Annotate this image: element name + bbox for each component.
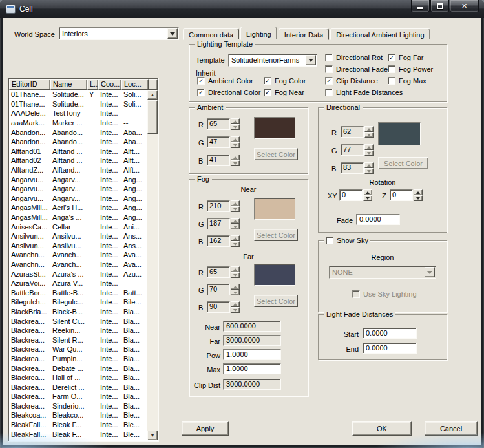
spin-up-button[interactable] bbox=[231, 218, 240, 224]
spinner-value[interactable]: 47 bbox=[207, 136, 230, 148]
show-sky-checkbox[interactable]: Show Sky bbox=[324, 237, 370, 245]
spinner-value[interactable]: 65 bbox=[207, 118, 230, 130]
table-row[interactable]: Blackrea...War Qu...Inte...Bla... bbox=[9, 345, 147, 354]
scroll-thumb[interactable] bbox=[147, 100, 158, 134]
spin-down-button[interactable] bbox=[231, 307, 240, 313]
inherit-fog-near-checkbox[interactable]: ✓Fog Near bbox=[264, 89, 304, 97]
inherit-light-fade-distances-checkbox[interactable]: Light Fade Distances bbox=[325, 89, 403, 97]
world-space-dropdown-button[interactable] bbox=[167, 28, 178, 39]
table-row[interactable]: AzurasSt...Azura's ...Inte...Azu... bbox=[9, 269, 147, 279]
table-row[interactable]: aaaMark...Marker ...Inte...-- bbox=[9, 118, 147, 128]
ambient-r-spinner[interactable]: 65 bbox=[207, 118, 240, 130]
inherit-fog-power-checkbox[interactable]: Fog Power bbox=[388, 65, 433, 74]
table-row[interactable]: Ansilvun...Ansilvu...Inte...Ans... bbox=[9, 231, 147, 241]
region-combo[interactable]: NONE bbox=[329, 266, 436, 279]
ambient-g-spinner[interactable]: 47 bbox=[207, 136, 240, 148]
table-row[interactable]: Blackrea...Hall of ...Inte...Bla... bbox=[9, 373, 147, 383]
directional-r-spinner[interactable]: 62 bbox=[341, 126, 374, 138]
spin-down-button[interactable] bbox=[363, 195, 372, 201]
spinner-value[interactable]: 83 bbox=[341, 162, 364, 174]
fog-near-r-spinner[interactable]: 210 bbox=[207, 200, 240, 212]
table-row[interactable]: Avanchn...Avanch...Inte...Ava... bbox=[9, 260, 147, 270]
spin-down-button[interactable] bbox=[364, 132, 374, 138]
light-fade-start-field[interactable]: 0.0000 bbox=[363, 328, 417, 339]
table-row[interactable]: Ansilvun...Ansilvu...Inte...Ans... bbox=[9, 241, 147, 251]
table-row[interactable]: Blackrea...Debate ...Inte...Bla... bbox=[9, 363, 147, 373]
table-row[interactable]: 01Thane...Solitude...YInte...Soli... bbox=[9, 90, 147, 100]
table-row[interactable]: Blackrea...Farm O...Inte...Bla... bbox=[9, 392, 147, 401]
spin-up-button[interactable] bbox=[231, 235, 240, 241]
spinner-value[interactable]: 0 bbox=[339, 189, 363, 201]
fog-pow-field[interactable]: 1.0000 bbox=[223, 349, 281, 360]
tab-lighting[interactable]: Lighting bbox=[240, 27, 277, 40]
light-fade-end-field[interactable]: 0.0000 bbox=[363, 343, 417, 354]
tab-common-data[interactable]: Common data bbox=[183, 28, 239, 40]
spin-down-button[interactable] bbox=[364, 168, 374, 174]
spin-up-button[interactable] bbox=[231, 301, 240, 307]
fog-max-field[interactable]: 1.0000 bbox=[223, 363, 281, 374]
directional-fade-field[interactable]: 0.0000 bbox=[356, 214, 400, 225]
scroll-up-button[interactable]: ▲ bbox=[147, 90, 158, 100]
spin-up-button[interactable] bbox=[231, 200, 240, 206]
table-row[interactable]: Alftand01Alftand ...Inte...Alft... bbox=[9, 147, 147, 156]
inherit-directional-fade-checkbox[interactable]: Directional Fade bbox=[325, 65, 388, 74]
scroll-down-button[interactable]: ▼ bbox=[147, 431, 158, 440]
table-row[interactable]: Angarvu...Angarv...Inte...Ang... bbox=[9, 194, 147, 204]
table-row[interactable]: BleakFall...Bleak F...Inte...Ble... bbox=[9, 420, 147, 430]
spin-up-button[interactable] bbox=[231, 136, 240, 142]
tab-directional-ambient-lighting[interactable]: Directional Ambient Lighting bbox=[330, 28, 430, 40]
column-header-l[interactable]: L... bbox=[87, 79, 98, 90]
use-sky-lighting-checkbox[interactable]: Use Sky Lighting bbox=[352, 290, 417, 299]
spinner-value[interactable]: 210 bbox=[207, 200, 230, 212]
maximize-button[interactable] bbox=[430, 0, 449, 12]
spin-down-button[interactable] bbox=[231, 224, 240, 229]
rotation-z-spinner[interactable]: 0 bbox=[390, 189, 423, 201]
table-row[interactable]: Blackrea...Derelict ...Inte...Bla... bbox=[9, 382, 147, 392]
table-row[interactable]: Angarvu...Angarv...Inte...Ang... bbox=[9, 175, 147, 184]
spin-up-button[interactable] bbox=[231, 284, 240, 290]
fog-near-select-color-button[interactable]: Select Color bbox=[254, 229, 298, 241]
spin-down-button[interactable] bbox=[231, 241, 240, 247]
cancel-button[interactable]: Cancel bbox=[425, 421, 478, 436]
minimize-button[interactable] bbox=[411, 0, 430, 12]
ambient-b-spinner[interactable]: 41 bbox=[207, 155, 240, 166]
table-row[interactable]: Abandon...Abando...Inte...Aba... bbox=[9, 127, 147, 137]
directional-b-spinner[interactable]: 83 bbox=[341, 162, 374, 174]
spinner-value[interactable]: 77 bbox=[341, 144, 364, 156]
template-combo[interactable]: SolitudeInteriorFarms bbox=[228, 54, 317, 67]
spin-down-button[interactable] bbox=[231, 272, 240, 278]
table-row[interactable]: AngasMill...Aeri's H...Inte...Ang... bbox=[9, 203, 147, 213]
spin-up-button[interactable] bbox=[364, 162, 374, 168]
column-header-editorid[interactable]: EditorID bbox=[9, 79, 50, 90]
spin-up-button[interactable] bbox=[414, 189, 423, 195]
inherit-ambient-color-checkbox[interactable]: ✓Ambient Color bbox=[197, 77, 253, 85]
spinner-value[interactable]: 162 bbox=[207, 235, 230, 247]
fog-far-select-color-button[interactable]: Select Color bbox=[254, 295, 298, 307]
table-row[interactable]: Blackrea...Pumpin...Inte...Bla... bbox=[9, 354, 147, 364]
table-row[interactable]: BleakFall...Bleak F...Inte...Ble... bbox=[9, 439, 147, 440]
fog-near-b-spinner[interactable]: 162 bbox=[207, 235, 240, 247]
spin-down-button[interactable] bbox=[414, 195, 423, 201]
spin-up-button[interactable] bbox=[364, 126, 374, 132]
table-row[interactable]: AngasMill...Anga's ...Inte...Ang... bbox=[9, 213, 147, 222]
spin-up-button[interactable] bbox=[231, 155, 240, 160]
fog-far-field[interactable]: 3000.0000 bbox=[223, 335, 281, 346]
table-row[interactable]: Bleakcoa...Bleakco...Inte...Ble... bbox=[9, 411, 147, 420]
table-row[interactable]: AAADele...TestTonyInte...-- bbox=[9, 109, 147, 118]
spinner-value[interactable]: 62 bbox=[341, 126, 364, 138]
spin-down-button[interactable] bbox=[231, 142, 240, 148]
table-row[interactable]: Bilegulch...Bilegulc...Inte...Bile... bbox=[9, 297, 147, 307]
directional-select-color-button[interactable]: Select Color bbox=[378, 157, 428, 169]
table-row[interactable]: BleakFall...Bleak F...Inte...Ble... bbox=[9, 429, 147, 439]
inherit-fog-far-checkbox[interactable]: ✓Fog Far bbox=[388, 54, 424, 62]
ambient-select-color-button[interactable]: Select Color bbox=[254, 148, 298, 160]
spinner-value[interactable]: 0 bbox=[390, 189, 413, 201]
table-row[interactable]: Alftand02Alftand ...Inte...Alft... bbox=[9, 156, 147, 165]
column-header-loc[interactable]: Loc... bbox=[121, 79, 149, 90]
fog-near-field[interactable]: 600.0000 bbox=[223, 321, 281, 332]
spin-up-button[interactable] bbox=[363, 189, 372, 195]
spin-up-button[interactable] bbox=[231, 266, 240, 272]
close-button[interactable]: ✕ bbox=[450, 0, 479, 12]
table-row[interactable]: Abandon...Abando...Inte...Aba... bbox=[9, 137, 147, 147]
spin-up-button[interactable] bbox=[364, 144, 374, 150]
